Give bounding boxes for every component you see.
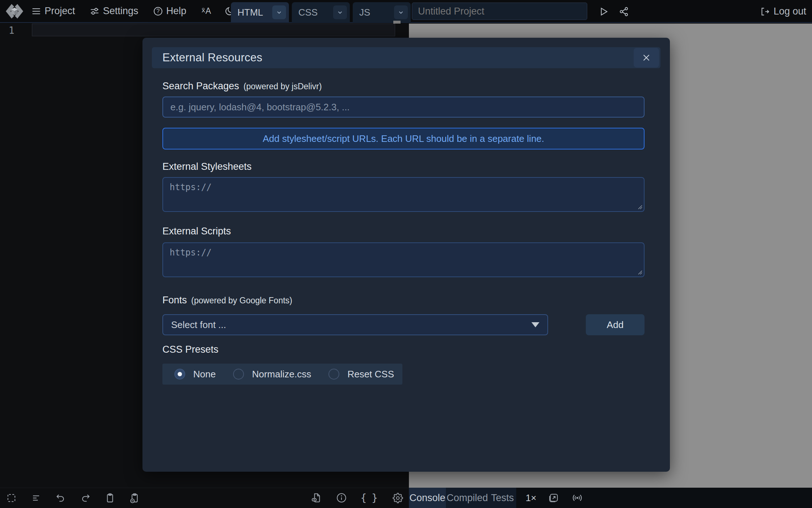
project-info-button[interactable] — [336, 492, 347, 504]
package-search-input[interactable] — [162, 97, 645, 118]
tab-tests-label: Tests — [491, 492, 514, 504]
external-resources-modal: External Resources Search Packages (powe… — [142, 38, 670, 472]
settings-menu-label: Settings — [103, 5, 138, 17]
main-menu: Project Settings ? Help — [31, 5, 186, 17]
preset-normalize-label: Normalize.css — [252, 369, 311, 380]
external-stylesheets-label-text: External Stylesheets — [162, 161, 252, 172]
editor-scrollbar[interactable] — [393, 21, 401, 24]
tab-console[interactable]: Console — [409, 488, 446, 508]
fonts-hint: (powered by Google Fonts) — [191, 296, 293, 306]
external-window-icon — [548, 492, 559, 503]
tab-css[interactable]: CSS — [292, 2, 350, 22]
zoom-level-button[interactable]: 1× — [526, 492, 536, 504]
radio-icon — [328, 369, 339, 380]
external-resources-button[interactable] — [311, 492, 322, 504]
search-packages-hint: (powered by jsDelivr) — [244, 82, 322, 91]
editor-current-line[interactable] — [32, 24, 395, 36]
add-urls-notice-text: Add stylesheet/script URLs. Each URL sho… — [263, 133, 544, 144]
line-number: 1 — [9, 25, 14, 36]
project-toolbar: { } — [311, 488, 403, 508]
add-font-button[interactable]: Add — [586, 314, 645, 335]
tab-js-label: JS — [359, 7, 370, 18]
close-icon — [641, 52, 652, 63]
font-select-value: Select font ... — [171, 319, 226, 331]
custom-settings-button[interactable]: { } — [360, 492, 379, 504]
open-result-window-button[interactable] — [548, 492, 559, 504]
css-language-menu-button[interactable] — [333, 5, 347, 19]
tab-css-label: CSS — [298, 7, 318, 18]
fonts-label: Fonts (powered by Google Fonts) — [162, 295, 650, 307]
logout-icon — [760, 7, 770, 17]
tab-console-label: Console — [409, 492, 445, 504]
redo-button[interactable] — [80, 492, 91, 504]
css-presets-radio-group: None Normalize.css Reset CSS — [162, 364, 402, 385]
resize-handle-icon[interactable] — [637, 269, 643, 275]
file-link-icon — [311, 492, 322, 503]
select-all-button[interactable] — [6, 492, 17, 504]
preset-option-none[interactable]: None — [174, 369, 216, 380]
select-all-icon — [6, 493, 17, 503]
info-icon — [336, 492, 347, 503]
result-status-bar: Console Compiled Tests 1× — [409, 488, 812, 508]
scripts-textarea-wrap — [162, 242, 645, 277]
external-stylesheets-label: External Stylesheets — [162, 161, 650, 173]
run-button[interactable] — [598, 6, 609, 17]
help-menu[interactable]: ? Help — [153, 5, 187, 17]
tab-compiled-label: Compiled — [447, 492, 488, 504]
js-language-menu-button[interactable] — [394, 5, 408, 19]
broadcast-button[interactable] — [572, 492, 583, 504]
paste-snippet-button[interactable] — [129, 492, 140, 504]
external-scripts-label-text: External Scripts — [162, 226, 231, 237]
select-arrow-icon — [531, 322, 539, 327]
fonts-label-text: Fonts — [162, 295, 187, 306]
project-menu-label: Project — [45, 5, 75, 17]
tab-tests[interactable]: Tests — [489, 488, 516, 508]
tab-js[interactable]: JS — [353, 2, 411, 22]
modal-close-button[interactable] — [634, 48, 659, 67]
logout-button[interactable]: Log out — [760, 0, 806, 23]
preset-option-normalize[interactable]: Normalize.css — [233, 369, 311, 380]
font-select[interactable]: Select font ... — [162, 314, 548, 335]
radio-icon — [174, 369, 185, 380]
settings-menu[interactable]: Settings — [90, 5, 138, 17]
undo-button[interactable] — [55, 492, 66, 504]
translate-icon[interactable]: x̄A — [202, 6, 211, 16]
preset-reset-label: Reset CSS — [347, 369, 394, 380]
broadcast-icon — [572, 492, 583, 504]
modal-body: Search Packages (powered by jsDelivr) Ad… — [142, 81, 670, 385]
share-button[interactable] — [618, 6, 629, 17]
top-bar: Project Settings ? Help x̄A HTML — [0, 0, 812, 23]
chevron-down-icon — [275, 8, 283, 16]
stylesheets-textarea[interactable] — [162, 177, 645, 212]
tab-compiled[interactable]: Compiled — [446, 488, 489, 508]
format-code-button[interactable] — [30, 492, 42, 504]
scripts-textarea[interactable] — [162, 242, 645, 277]
svg-text:?: ? — [156, 8, 160, 14]
modal-title: External Resources — [162, 51, 262, 64]
chevron-down-icon — [336, 8, 344, 16]
font-row: Select font ... Add — [162, 314, 650, 335]
clipboard-snippet-icon — [129, 493, 140, 503]
search-packages-label: Search Packages (powered by jsDelivr) — [162, 81, 650, 92]
resize-handle-icon[interactable] — [637, 204, 643, 210]
undo-icon — [55, 493, 66, 503]
project-menu[interactable]: Project — [31, 5, 75, 17]
project-title-input[interactable] — [412, 3, 587, 20]
clipboard-icon — [105, 493, 115, 503]
html-language-menu-button[interactable] — [272, 5, 286, 19]
css-presets-label-text: CSS Presets — [162, 344, 219, 355]
app-logo-icon[interactable] — [4, 3, 25, 20]
help-icon: ? — [153, 6, 163, 16]
add-urls-notice-button[interactable]: Add stylesheet/script URLs. Each URL sho… — [162, 128, 645, 149]
hamburger-icon — [31, 6, 41, 16]
redo-icon — [80, 493, 91, 503]
preset-option-reset[interactable]: Reset CSS — [328, 369, 394, 380]
settings-button[interactable] — [392, 492, 403, 504]
tab-html[interactable]: HTML — [231, 2, 289, 22]
result-icons — [548, 492, 583, 504]
format-icon — [31, 493, 41, 503]
search-packages-label-text: Search Packages — [162, 81, 239, 92]
editor-tabs: HTML CSS JS — [231, 2, 411, 22]
copy-button[interactable] — [104, 492, 116, 504]
play-icon — [598, 6, 609, 17]
